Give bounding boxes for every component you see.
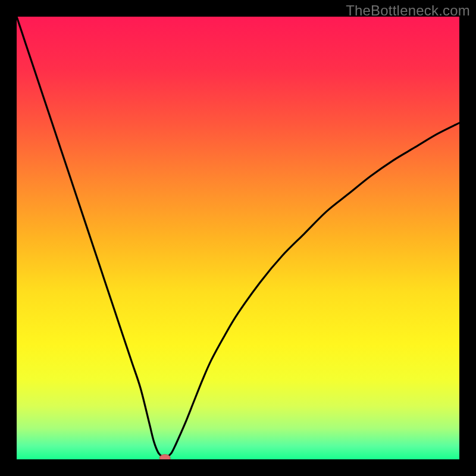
bottleneck-chart — [17, 17, 459, 459]
chart-background-gradient — [17, 17, 459, 459]
optimal-point-marker — [159, 455, 170, 459]
chart-frame — [17, 17, 459, 459]
